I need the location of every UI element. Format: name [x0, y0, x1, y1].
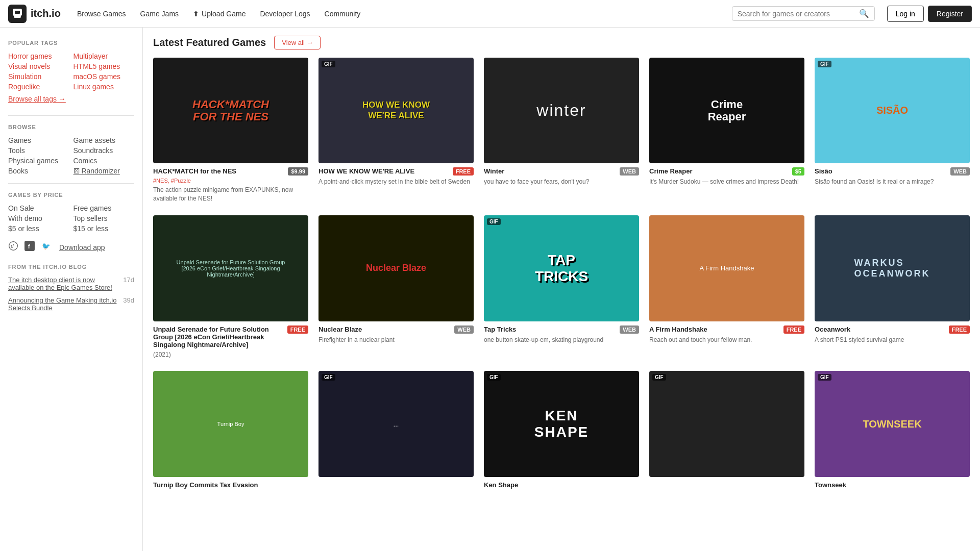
games-by-price-title: GAMES BY PRICE — [8, 192, 134, 198]
game-thumbnail: Turnip Boy — [153, 371, 308, 477]
game-desc: A short PS1 styled survival game — [815, 336, 970, 344]
game-title-row: Oceanwork FREE — [815, 325, 970, 334]
browse-comics[interactable]: Comics — [74, 157, 135, 165]
price-5-less[interactable]: $5 or less — [8, 224, 69, 233]
tag-linux-games[interactable]: Linux games — [74, 83, 135, 91]
game-card-kenShape[interactable]: KENSHAPE GIF Ken Shape — [484, 371, 639, 490]
game-title: HACK*MATCH for the NES — [153, 167, 285, 175]
thumb-text: Nuclear Blaze — [366, 263, 426, 273]
popular-tags-grid: Horror games Multiplayer Visual novels H… — [8, 52, 134, 91]
facebook-icon[interactable]: f — [24, 241, 35, 254]
nav-community[interactable]: Community — [318, 7, 367, 21]
game-title: Townseek — [815, 481, 970, 489]
game-card-dark1[interactable]: ... GIF — [318, 371, 474, 490]
game-thumbnail: winter — [484, 58, 639, 163]
game-thumbnail: HACK*MATCHFOR THE NES — [153, 58, 308, 163]
game-card-crimeReaper[interactable]: CrimeReaper Crime Reaper $5 It's Murder … — [649, 58, 804, 203]
thumb-text: Turnip Boy — [217, 421, 244, 427]
game-card-turnipBoy[interactable]: Turnip Boy Turnip Boy Commits Tax Evasio… — [153, 371, 308, 490]
browse-games[interactable]: Games — [8, 136, 69, 144]
tag-simulation[interactable]: Simulation — [8, 72, 69, 81]
game-desc: Reach out and touch your fellow man. — [649, 336, 804, 344]
game-card-unpaid[interactable]: Unpaid Serenade for Future Solution Grou… — [153, 215, 308, 359]
game-price-badge: FREE — [949, 325, 970, 334]
game-thumb-dark1: ... GIF — [318, 371, 474, 477]
svg-text:r/: r/ — [11, 243, 14, 249]
reddit-icon[interactable]: r/ — [8, 241, 18, 254]
blog-post-1-age: 17d — [123, 276, 134, 291]
price-top-sellers[interactable]: Top sellers — [74, 214, 135, 222]
game-title: HOW WE KNOW WE'RE ALIVE — [318, 167, 450, 175]
thumb-text: HACK*MATCHFOR THE NES — [192, 98, 269, 123]
game-card-tapTricks[interactable]: TAPTRICKS GIF Tap Tricks WEB one button … — [484, 215, 639, 359]
game-desc: It's Murder Sudoku — solve crimes and im… — [649, 178, 804, 186]
game-tags: #NES, #Puzzle — [153, 178, 308, 184]
game-desc: one button skate-up-em, skating playgrou… — [484, 336, 639, 344]
register-button[interactable]: Register — [928, 6, 972, 22]
game-card-nuclear[interactable]: Nuclear Blaze Nuclear Blaze WEB Firefigh… — [318, 215, 474, 359]
game-card-sisao[interactable]: SISÃO GIF Sisão WEB Sisão found an Oasis… — [815, 58, 970, 203]
game-title: A Firm Handshake — [649, 325, 780, 333]
browse-soundtracks[interactable]: Soundtracks — [74, 146, 135, 155]
browse-books[interactable]: Books — [8, 167, 69, 175]
login-button[interactable]: Log in — [887, 6, 924, 22]
tag-horror-games[interactable]: Horror games — [8, 52, 69, 60]
view-all-button[interactable]: View all → — [274, 36, 321, 49]
game-thumbnail — [649, 371, 804, 477]
search-input[interactable] — [738, 10, 859, 18]
game-title-row: Tap Tricks WEB — [484, 325, 639, 334]
game-card-winter[interactable]: winter Winter WEB you have to face your … — [484, 58, 639, 203]
browse-all-tags-link[interactable]: Browse all tags → — [8, 95, 134, 103]
tag-macos-games[interactable]: macOS games — [74, 72, 135, 81]
download-app-link[interactable]: Download app — [59, 243, 105, 252]
price-free-games[interactable]: Free games — [74, 204, 135, 212]
nav-browse-games[interactable]: Browse Games — [71, 7, 132, 21]
game-title-row: Unpaid Serenade for Future Solution Grou… — [153, 325, 308, 348]
games-grid-row3: Turnip Boy Turnip Boy Commits Tax Evasio… — [153, 371, 970, 490]
thumb-text: WARKUSOCEANWORK — [854, 258, 930, 279]
game-thumbnail: WARKUSOCEANWORK — [815, 215, 970, 321]
browse-physical-games[interactable]: Physical games — [8, 157, 69, 165]
game-title: Winter — [484, 167, 617, 175]
game-desc: The action puzzle minigame from EXAPUNKS… — [153, 186, 308, 203]
tag-visual-novels[interactable]: Visual novels — [8, 62, 69, 70]
tag-multiplayer[interactable]: Multiplayer — [74, 52, 135, 60]
price-with-demo[interactable]: With demo — [8, 214, 69, 222]
logo[interactable]: itch.io — [8, 5, 61, 23]
nav-upload-game[interactable]: ⬆ Upload Game — [187, 7, 252, 21]
game-card-firmHandshake[interactable]: A Firm Handshake A Firm Handshake FREE R… — [649, 215, 804, 359]
tag-roguelike[interactable]: Roguelike — [8, 83, 69, 91]
game-price-badge: $9.99 — [288, 167, 308, 176]
game-title-row: A Firm Handshake FREE — [649, 325, 804, 334]
nav-game-jams[interactable]: Game Jams — [134, 7, 185, 21]
game-thumbnail: KENSHAPE — [484, 371, 639, 477]
browse-game-assets[interactable]: Game assets — [74, 136, 135, 144]
blog-post-2-title[interactable]: Announcing the Game Making itch.io Selec… — [8, 296, 119, 312]
blog-section: FROM THE ITCH.IO BLOG The itch desktop c… — [8, 264, 134, 312]
game-title: Crime Reaper — [649, 167, 789, 175]
game-card-hackMatch[interactable]: HACK*MATCHFOR THE NES HACK*MATCH for the… — [153, 58, 308, 203]
game-desc: you have to face your fears, don't you? — [484, 178, 639, 186]
blog-post-1-title[interactable]: The itch desktop client is now available… — [8, 276, 119, 291]
price-15-less[interactable]: $15 or less — [74, 224, 135, 233]
price-on-sale[interactable]: On Sale — [8, 204, 69, 212]
game-thumbnail: SISÃO — [815, 58, 970, 163]
game-card-oceanwork[interactable]: WARKUSOCEANWORK Oceanwork FREE A short P… — [815, 215, 970, 359]
browse-title: BROWSE — [8, 124, 134, 130]
tag-html5-games[interactable]: HTML5 games — [74, 62, 135, 70]
game-thumbnail: TAPTRICKS — [484, 215, 639, 321]
game-card-townseek[interactable]: TOWNSEEK GIF Townseek — [815, 371, 970, 490]
game-card-howWeKnow[interactable]: HOW WE KNOWWE'RE ALIVE GIF HOW WE KNOW W… — [318, 58, 474, 203]
game-card-bw[interactable]: GIF — [649, 371, 804, 490]
svg-rect-1 — [15, 11, 20, 14]
nav-developer-logs[interactable]: Developer Logs — [254, 7, 316, 21]
game-title-row: HACK*MATCH for the NES $9.99 — [153, 167, 308, 176]
svg-text:f: f — [28, 243, 30, 249]
twitter-icon[interactable]: 🐦 — [41, 241, 51, 254]
page-layout: POPULAR TAGS Horror games Multiplayer Vi… — [0, 28, 980, 551]
browse-randomizer[interactable]: ⚄ Randomizer — [74, 167, 135, 175]
thumb-text: TOWNSEEK — [863, 418, 921, 430]
browse-tools[interactable]: Tools — [8, 146, 69, 155]
game-title-row: Turnip Boy Commits Tax Evasion — [153, 481, 308, 489]
game-thumb-sisao: SISÃO GIF — [815, 58, 970, 163]
